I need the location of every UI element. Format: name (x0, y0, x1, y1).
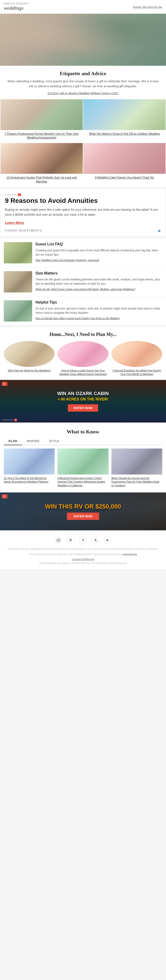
wtk-title-0: 15 Tips If You Want to Get Married at Ho… (4, 476, 54, 484)
wtk-card-1[interactable]: A Musical Festival and a Green Coach Ins… (57, 449, 108, 487)
article-card-2[interactable]: 15 Anniversary Quotes That Perfectly Sum… (0, 143, 83, 186)
ozark-enter-button[interactable]: ENTER NOW (68, 404, 98, 412)
etiquette-section: Etiquette and Advice When attending a we… (0, 66, 166, 99)
logo: MARTHA STEWART weddings (4, 2, 29, 11)
rv-ad-icon: 1↑ (2, 494, 7, 498)
tab-plan[interactable]: PLAN (4, 438, 22, 445)
article-title-3: 8 Wedding Cake Flavors You Haven't Tried… (83, 174, 166, 183)
svg-point-1 (58, 539, 59, 541)
rv-banner-bg: 1↑ WIN THIS RV OR $250,000 ENTER NOW (0, 493, 166, 530)
subscribe-link[interactable]: Subscribe here (123, 553, 137, 555)
tab-inspire[interactable]: INSPIRE (22, 438, 45, 445)
ozark-banner-ad: 1↑ WIN AN OZARK CABIN + 60 ACRES ON THE … (0, 380, 166, 423)
hmm-grid: Who Pays for What for the Wedding? How t… (4, 341, 162, 376)
ad-bottom: FISHER INVESTMENTS ▶ (5, 228, 161, 233)
article-card-3[interactable]: 8 Wedding Cake Flavors You Haven't Tried… (83, 143, 166, 186)
hmm-section: Hmm...Next, I Need to Plan My... Who Pay… (0, 327, 166, 379)
youtube-icon[interactable]: ▶ (104, 536, 112, 544)
hmm-title: Hmm...Next, I Need to Plan My... (4, 332, 162, 337)
faq-link-guest-list[interactable]: Your Wedding Guest List Etiquette Questi… (35, 258, 99, 262)
hmm-card-0[interactable]: Who Pays for What for the Wedding? (4, 341, 54, 376)
wtk-title-2: When Should the Groom and His Groomsmen … (112, 476, 162, 487)
article-image-2 (0, 143, 83, 174)
faq-content-guest-list: Guest List FAQ Creating your guest list … (35, 242, 162, 263)
pinterest-icon[interactable]: P (67, 536, 75, 544)
ozark-ad-sub: + 60 ACRES ON THE RIVER! (57, 397, 109, 401)
hmm-card-1[interactable]: How to Infuse a Little Humor into Your W… (57, 341, 108, 376)
rv-banner-amount: $250,000 (95, 503, 121, 510)
ozark-powered-label: Powered by D (2, 419, 17, 421)
faq-desc-guest-list: Creating your guest list is arguably one… (35, 248, 162, 257)
logo-small-text: MARTHA STEWART (4, 2, 29, 5)
hmm-image-0 (4, 341, 54, 367)
ozark-banner-bg: 1↑ WIN AN OZARK CABIN + 60 ACRES ON THE … (0, 380, 166, 423)
faq-desc-size-matters: These are the guest counts wedding plann… (35, 277, 162, 286)
rv-banner-ad: 1↑ WIN THIS RV OR $250,000 ENTER NOW (0, 493, 166, 530)
faq-item-size-matters: Size Matters These are the guest counts … (0, 267, 166, 296)
footer: P f 𝕏 ▶ Each product has been independen… (0, 532, 166, 569)
hmm-card-title-1: How to Infuse a Little Humor into Your W… (57, 369, 108, 376)
logo-main-text: weddings (4, 5, 29, 11)
wtk-tabs: PLAN INSPIRE STYLE (4, 438, 162, 445)
unsubscribe-link[interactable]: Unsubscribe/Manage (4, 558, 162, 561)
annuities-ad: Powered by D 9 Reasons to Avoid Annuitie… (0, 188, 166, 237)
faq-link-helpful-tips[interactable]: How to Decide How Many Guests Each Famil… (35, 317, 120, 320)
footer-address: Editorial Meredith, 225 Liberty St, 4th … (4, 562, 162, 564)
article-card-0[interactable]: 7 Flowers Professional Florists Wouldn't… (0, 99, 83, 143)
ozark-network-icon: D (14, 419, 17, 421)
article-title-0: 7 Flowers Professional Florists Wouldn't… (0, 130, 83, 143)
svg-rect-0 (57, 539, 60, 542)
etiquette-description: When attending a wedding, most guests gi… (7, 79, 159, 89)
faq-image-size-matters (4, 271, 32, 293)
article-image-1 (83, 99, 166, 130)
faq-image-helpful-tips (4, 300, 32, 321)
footer-legal-text: Each product has been independently sele… (4, 547, 162, 550)
ad-powered-tag: Powered by D (5, 193, 161, 196)
ad-arrow-icon: ▶ (158, 228, 161, 233)
article-card-1[interactable]: What You Need to Know to Pull Off an Out… (83, 99, 166, 143)
social-icons: P f 𝕏 ▶ (4, 536, 162, 544)
ozark-ad-icon: 1↑ (2, 382, 7, 386)
hmm-image-2 (112, 341, 162, 367)
article-image-3 (83, 143, 166, 174)
instagram-icon[interactable] (54, 536, 62, 544)
ad-headline: 9 Reasons to Avoid Annuities (5, 197, 161, 205)
twitter-icon[interactable]: 𝕏 (91, 536, 99, 544)
etiquette-title: Etiquette and Advice (7, 70, 159, 76)
wtk-card-2[interactable]: When Should the Groom and His Groomsmen … (112, 449, 162, 487)
learn-more-link[interactable]: Learn More (5, 221, 24, 224)
faq-heading-size-matters: Size Matters (35, 271, 162, 275)
wtk-title-1: A Musical Festival and a Green Coach Ins… (57, 476, 108, 487)
faq-desc-helpful-tips: On top of your and your spouse's invites… (35, 306, 162, 315)
wtk-card-0[interactable]: 15 Tips If You Want to Get Married at Ho… (4, 449, 54, 487)
faq-heading-guest-list: Guest List FAQ (35, 242, 162, 247)
hmm-card-title-2: 5 Normal Emotions You Might Feel During … (112, 369, 162, 376)
faq-image-guest-list (4, 242, 32, 263)
hmm-card-title-0: Who Pays for What for the Wedding? (8, 369, 51, 372)
etiquette-link[interactable]: Is It Ever OK to Attend a Wedding Withou… (48, 91, 118, 95)
facebook-icon[interactable]: f (79, 536, 87, 544)
ozark-ad-headline: WIN AN OZARK CABIN (57, 391, 109, 396)
wtk-image-0 (4, 449, 54, 474)
guest-link[interactable]: Guests, this one's for you (133, 5, 162, 8)
tab-style[interactable]: STYLE (45, 438, 64, 445)
rv-banner-headline: WIN THIS RV OR $250,000 (45, 503, 121, 510)
footer-privacy-text: This message was to www.example.com | ht… (4, 552, 162, 556)
hero-image (0, 14, 166, 66)
faq-link-size-matters[interactable]: What Are the Total Guest Counts Associat… (35, 288, 135, 291)
fisher-logo: FISHER INVESTMENTS (5, 229, 42, 232)
faq-heading-helpful-tips: Helpful Tips (35, 300, 162, 304)
wtk-image-2 (112, 449, 162, 474)
article-title-2: 15 Anniversary Quotes That Perfectly Sum… (0, 174, 83, 186)
header: MARTHA STEWART weddings Guests, this one… (0, 0, 166, 14)
wtk-grid: 15 Tips If You Want to Get Married at Ho… (4, 449, 162, 487)
ozark-ad-content: WIN AN OZARK CABIN + 60 ACRES ON THE RIV… (53, 391, 113, 412)
faq-item-helpful-tips: Helpful Tips On top of your and your spo… (0, 296, 166, 326)
hmm-card-2[interactable]: 5 Normal Emotions You Might Feel During … (112, 341, 162, 376)
article-title-1: What You Need to Know to Pull Off an Out… (83, 130, 166, 139)
hmm-image-1 (57, 341, 108, 367)
article-image-0 (0, 99, 83, 130)
rv-banner-content: WIN THIS RV OR $250,000 ENTER NOW (45, 503, 121, 520)
wtk-image-1 (57, 449, 108, 474)
rv-enter-button[interactable]: ENTER NOW (67, 512, 99, 520)
